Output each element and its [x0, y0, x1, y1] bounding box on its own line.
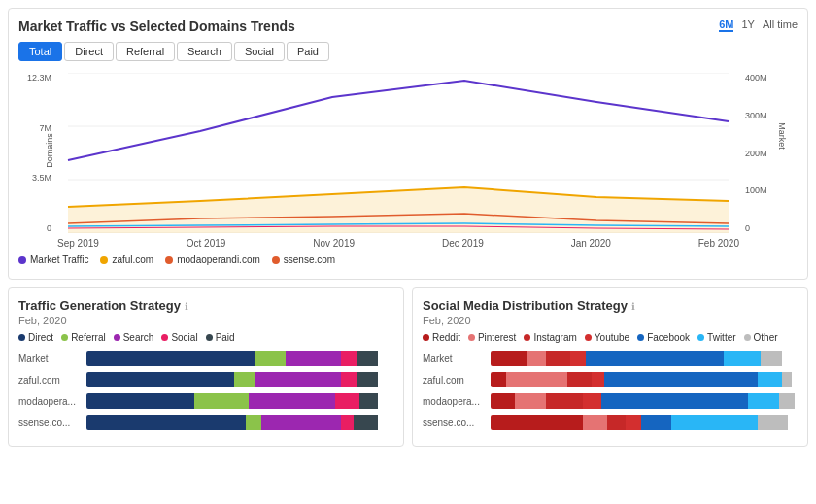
legend-other: Other [744, 332, 778, 343]
legend-dot-market [18, 256, 26, 264]
social-legend: Reddit Pinterest Instagram Youtube Faceb… [423, 332, 798, 343]
traffic-legend: Direct Referral Search Social Paid [18, 332, 393, 343]
social-panel-date: Feb, 2020 [423, 315, 798, 326]
legend-modaoperandi: modaoperandi.com [165, 254, 260, 265]
legend-dot-ssense [272, 256, 280, 264]
segment-paid [357, 351, 378, 366]
legend-facebook: Facebook [637, 332, 690, 343]
y-axis-right-label: Market [777, 122, 787, 150]
legend-circle-referral [61, 334, 68, 341]
social-row-ssense: ssense.co... [423, 415, 798, 430]
traffic-panel-date: Feb, 2020 [18, 315, 393, 326]
traffic-info-icon[interactable]: ℹ [185, 301, 188, 312]
segment-social [341, 351, 357, 366]
segment-direct [86, 351, 255, 366]
bottom-panels: Traffic Generation Strategy ℹ Feb, 2020 … [8, 287, 808, 447]
y-axis-left-label: Domains [45, 133, 54, 168]
chart-title: Market Traffic vs Selected Domains Trend… [18, 18, 798, 34]
legend-circle-youtube [585, 334, 592, 341]
legend-social: Social [161, 332, 197, 343]
social-panel: Social Media Distribution Strategy ℹ Feb… [412, 287, 808, 447]
legend-youtube: Youtube [585, 332, 629, 343]
tab-search[interactable]: Search [177, 42, 232, 61]
tab-referral[interactable]: Referral [116, 42, 175, 61]
legend-referral: Referral [61, 332, 106, 343]
legend-circle-paid [206, 334, 213, 341]
social-row-modaoperandi: modaopera... [423, 393, 798, 409]
legend-circle-pinterest [468, 334, 475, 341]
chart-svg [59, 73, 737, 233]
legend-circle-social [161, 334, 168, 341]
legend-dot-modaoperandi [165, 256, 173, 264]
chart-legend: Market Traffic zaful.com modaoperandi.co… [18, 254, 798, 265]
tab-total[interactable]: Total [18, 42, 62, 61]
segment-referral [255, 351, 287, 366]
legend-search: Search [114, 332, 154, 343]
legend-circle-reddit [423, 334, 429, 341]
social-row-zaful: zaful.com [423, 372, 798, 387]
time-alltime[interactable]: All time [763, 18, 798, 32]
legend-pinterest: Pinterest [468, 332, 516, 343]
traffic-row-modaoperandi: modaopera... [18, 393, 393, 409]
segment-search [286, 351, 341, 366]
legend-circle-direct [18, 334, 25, 341]
traffic-row-market: Market [18, 351, 393, 366]
legend-instagram: Instagram [524, 332, 576, 343]
traffic-panel: Traffic Generation Strategy ℹ Feb, 2020 … [8, 287, 404, 447]
legend-market: Market Traffic [18, 254, 88, 265]
y-axis-right: 400M 300M 200M 100M 0 [741, 73, 798, 233]
legend-twitter: Twitter [697, 332, 735, 343]
social-panel-title: Social Media Distribution Strategy [423, 298, 628, 313]
legend-dot-zaful [100, 256, 108, 264]
chart-panel: Market Traffic vs Selected Domains Trend… [8, 8, 808, 280]
traffic-row-zaful: zaful.com [18, 372, 393, 387]
tab-bar: Total Direct Referral Search Social Paid [18, 42, 329, 61]
legend-paid: Paid [206, 332, 235, 343]
social-info-icon[interactable]: ℹ [631, 301, 635, 312]
legend-zaful: zaful.com [100, 254, 153, 265]
time-controls: 6M 1Y All time [719, 18, 798, 32]
legend-circle-facebook [637, 334, 644, 341]
legend-circle-instagram [524, 334, 530, 341]
traffic-panel-title: Traffic Generation Strategy [18, 298, 181, 313]
traffic-row-ssense: ssense.co... [18, 415, 393, 430]
legend-reddit: Reddit [423, 332, 460, 343]
x-axis-labels: Sep 2019 Oct 2019 Nov 2019 Dec 2019 Jan … [57, 238, 739, 249]
legend-circle-other [744, 334, 751, 341]
tab-social[interactable]: Social [234, 42, 285, 61]
legend-direct: Direct [18, 332, 53, 343]
time-1y[interactable]: 1Y [741, 18, 754, 32]
time-6m[interactable]: 6M [719, 18, 733, 32]
legend-circle-search [114, 334, 120, 341]
legend-ssense: ssense.com [272, 254, 335, 265]
social-row-market: Market [423, 351, 798, 366]
legend-circle-twitter [697, 334, 704, 341]
tab-direct[interactable]: Direct [64, 42, 114, 61]
tab-paid[interactable]: Paid [287, 42, 329, 61]
